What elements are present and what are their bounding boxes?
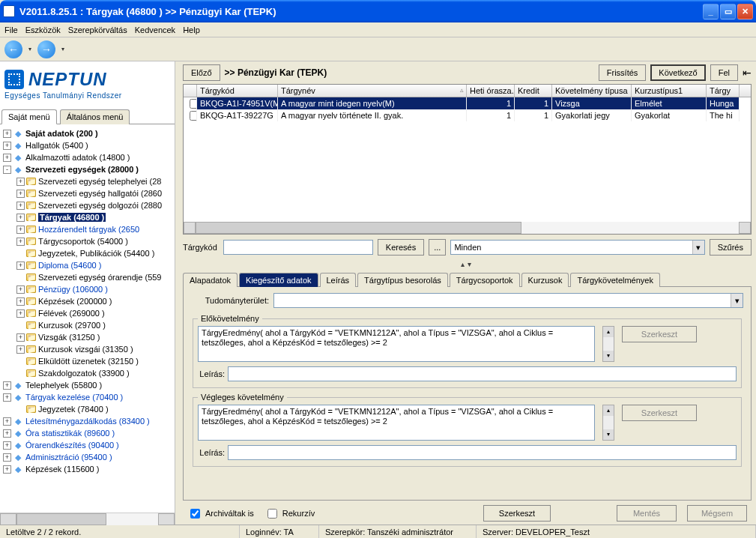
tree-item[interactable]: Szakdolgozatok (33900 ) bbox=[1, 367, 173, 379]
tree-expand-icon[interactable]: + bbox=[3, 465, 11, 474]
scroll-right-button[interactable] bbox=[158, 513, 175, 525]
recursive-checkbox[interactable]: Rekurzív bbox=[264, 507, 315, 521]
refresh-button[interactable]: Frissítés bbox=[599, 64, 647, 81]
tree-expand-icon[interactable]: + bbox=[3, 130, 11, 138]
grid-column-header[interactable]: Heti órasza.. bbox=[467, 85, 515, 97]
tree-item[interactable]: +Hozzárendelt tárgyak (2650 bbox=[1, 223, 173, 235]
table-cell[interactable] bbox=[184, 97, 197, 109]
tree-item[interactable]: +Órarendkészítés (90400 ) bbox=[1, 439, 173, 451]
scroll-thumb[interactable] bbox=[16, 513, 106, 525]
recursive-checkbox-input[interactable] bbox=[267, 509, 277, 519]
tree-item[interactable]: Jegyzetek (78400 ) bbox=[1, 403, 173, 415]
table-row[interactable]: BKQG-A1I-74951V(MA magyar mint idegen ny… bbox=[184, 97, 751, 109]
finalreq-text[interactable]: TárgyEredmény( ahol a TárgyKód = "VETKMN… bbox=[198, 405, 595, 441]
tree-item[interactable]: +Adminisztráció (95400 ) bbox=[1, 451, 173, 463]
finalreq-desc-input[interactable] bbox=[228, 445, 737, 460]
scroll-left-button[interactable] bbox=[0, 513, 16, 525]
menu-help[interactable]: Help bbox=[183, 25, 200, 34]
tree-item[interactable]: +Tárgyak (46800 ) bbox=[1, 211, 173, 223]
grid-column-header[interactable]: Tárgy bbox=[707, 85, 740, 97]
tree-item[interactable]: +Tárgycsoportok (54000 ) bbox=[1, 235, 173, 247]
detail-tab[interactable]: Alapadatok bbox=[183, 273, 238, 287]
detail-tab[interactable]: Leírás bbox=[320, 273, 357, 287]
tree-expand-icon[interactable]: + bbox=[3, 417, 11, 426]
grid-column-header[interactable]: Kredit bbox=[515, 85, 552, 97]
navigation-tree[interactable]: +Saját adatok (200 )+Hallgatók (5400 )+A… bbox=[0, 124, 175, 513]
tree-item[interactable]: +Telephelyek (55800 ) bbox=[1, 379, 173, 391]
tree-expand-icon[interactable]: + bbox=[16, 285, 25, 294]
tree-expand-icon[interactable]: + bbox=[16, 190, 25, 198]
tree-item[interactable]: +Diploma (54600 ) bbox=[1, 259, 173, 271]
row-checkbox[interactable] bbox=[190, 99, 197, 109]
tree-item[interactable]: +Óra statisztikák (89600 ) bbox=[1, 427, 173, 439]
tree-item[interactable]: +Szervezeti egység telephelyei (28 bbox=[1, 175, 173, 187]
tree-item[interactable]: Kurzusok (29700 ) bbox=[1, 319, 173, 331]
table-row[interactable]: BKQG-A1T-39227GA magyar nyelv története … bbox=[184, 109, 751, 121]
prerequisite-text[interactable]: TárgyEredmény( ahol a TárgyKód = "VETKMN… bbox=[198, 326, 595, 362]
tree-hscrollbar[interactable] bbox=[0, 513, 175, 525]
tree-expand-icon[interactable]: + bbox=[3, 393, 11, 402]
tree-item[interactable]: +Létesítménygazdálkodás (83400 ) bbox=[1, 415, 173, 427]
search-more-button[interactable]: ... bbox=[429, 239, 446, 256]
menu-tools[interactable]: Eszközök bbox=[25, 25, 61, 34]
pin-icon[interactable] bbox=[743, 67, 752, 79]
prerequisite-edit-button[interactable]: Szerkeszt bbox=[622, 326, 697, 342]
finalreq-edit-button[interactable]: Szerkeszt bbox=[622, 405, 697, 421]
nav-forward-button[interactable]: → bbox=[37, 40, 55, 58]
tree-item[interactable]: -Szervezeti egységek (28000 ) bbox=[1, 163, 173, 175]
menu-role[interactable]: Szerepkörváltás bbox=[68, 25, 127, 34]
grid-column-header[interactable]: Tárgynév bbox=[278, 85, 467, 97]
tree-expand-icon[interactable]: + bbox=[3, 381, 11, 390]
menu-file[interactable]: File bbox=[4, 25, 18, 34]
table-cell[interactable] bbox=[184, 109, 197, 121]
grid-column-header[interactable] bbox=[184, 85, 197, 97]
grid-body[interactable]: BKQG-A1I-74951V(MA magyar mint idegen ny… bbox=[184, 97, 751, 222]
minimize-button[interactable]: _ bbox=[703, 4, 719, 19]
data-grid[interactable]: TárgykódTárgynévHeti órasza..KreditKövet… bbox=[183, 84, 752, 235]
tree-expand-icon[interactable]: + bbox=[3, 441, 11, 450]
grid-column-header[interactable]: Követelmény típusa bbox=[552, 85, 632, 97]
grid-scroll-right[interactable] bbox=[739, 222, 751, 234]
tree-expand-icon[interactable]: + bbox=[16, 333, 25, 342]
tree-expand-icon[interactable]: - bbox=[3, 166, 11, 174]
tab-general-menu[interactable]: Általános menü bbox=[60, 109, 130, 124]
filter-combo[interactable]: Minden ▾ bbox=[450, 240, 704, 255]
edit-button[interactable]: Szerkeszt bbox=[483, 505, 551, 522]
tree-item[interactable]: Jegyzetek, Publikációk (54400 ) bbox=[1, 247, 173, 259]
tree-item[interactable]: Elküldött üzenetek (32150 ) bbox=[1, 355, 173, 367]
grid-hscrollbar[interactable] bbox=[184, 222, 751, 234]
detail-tab[interactable]: Tárgytípus besorolás bbox=[357, 273, 448, 287]
prereq-desc-input[interactable] bbox=[228, 366, 737, 381]
tree-expand-icon[interactable]: + bbox=[3, 429, 11, 438]
grid-header[interactable]: TárgykódTárgynévHeti órasza..KreditKövet… bbox=[184, 85, 751, 97]
tree-item[interactable]: +Képzések (115600 ) bbox=[1, 463, 173, 475]
detail-tab[interactable]: Kurzusok bbox=[521, 273, 569, 287]
chevron-down-icon[interactable]: ▾ bbox=[692, 241, 704, 254]
row-checkbox[interactable] bbox=[190, 111, 197, 121]
nav-back-button[interactable]: ← bbox=[4, 40, 22, 58]
archived-checkbox-input[interactable] bbox=[190, 509, 200, 519]
search-button[interactable]: Keresés bbox=[378, 239, 424, 256]
grid-scroll-left[interactable] bbox=[184, 222, 196, 234]
prereq-vscroll[interactable]: ▴▾ bbox=[602, 326, 614, 362]
tree-expand-icon[interactable]: + bbox=[3, 142, 11, 150]
tree-expand-icon[interactable]: + bbox=[16, 226, 25, 234]
tree-expand-icon[interactable]: + bbox=[3, 154, 11, 162]
prev-button[interactable]: Előző bbox=[183, 64, 220, 81]
tree-expand-icon[interactable]: + bbox=[16, 297, 25, 306]
tree-item[interactable]: +Vizsgák (31250 ) bbox=[1, 331, 173, 343]
filter-button[interactable]: Szűrés bbox=[710, 239, 752, 256]
tree-item[interactable]: +Tárgyak kezelése (70400 ) bbox=[1, 391, 173, 403]
tree-item[interactable]: Szervezeti egység órarendje (559 bbox=[1, 271, 173, 283]
chevron-down-icon[interactable]: ▾ bbox=[731, 294, 743, 307]
grid-column-header[interactable]: Tárgykód bbox=[197, 85, 278, 97]
tree-item[interactable]: +Képzések (200000 ) bbox=[1, 295, 173, 307]
tree-expand-icon[interactable]: + bbox=[16, 262, 25, 270]
detail-tab[interactable]: Kiegészítő adatok bbox=[239, 273, 318, 287]
tree-item[interactable]: +Félévek (269000 ) bbox=[1, 307, 173, 319]
tree-item[interactable]: +Hallgatók (5400 ) bbox=[1, 139, 173, 151]
tree-item[interactable]: +Saját adatok (200 ) bbox=[1, 127, 173, 139]
search-input[interactable] bbox=[223, 240, 373, 255]
tree-item[interactable]: +Alkalmazotti adatok (14800 ) bbox=[1, 151, 173, 163]
nav-forward-dropdown[interactable]: ▾ bbox=[58, 46, 67, 52]
